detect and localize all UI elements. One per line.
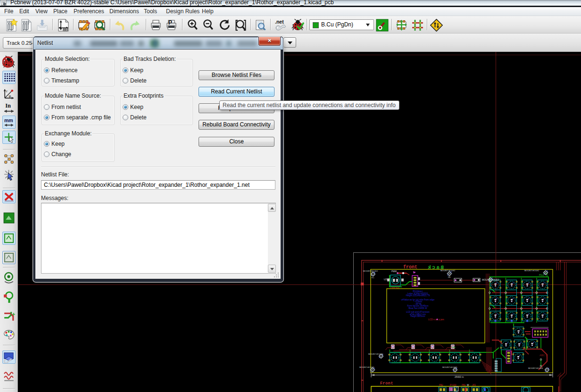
svg-text:MOUNT-HOLE3: MOUNT-HOLE3 [359, 366, 374, 368]
svg-text:Pσv: Pσv [452, 346, 456, 349]
svg-text:ON/OFF: ON/OFF [390, 286, 399, 289]
svg-text:MOUNT-HOLE2: MOUNT-HOLE2 [363, 270, 378, 272]
svg-text:LOL3: LOL3 [384, 278, 390, 281]
svg-text:KC: KC [372, 276, 374, 279]
svg-text:PY200: PY200 [450, 384, 456, 386]
svg-text:Front: Front [380, 381, 393, 386]
svg-text:25400 m: 25400 m [455, 375, 464, 378]
svg-text:front: front [403, 265, 417, 270]
svg-text:LCD s od: LCD s od [428, 318, 438, 321]
svg-text:p jars: p jars [439, 318, 444, 321]
svg-text:W: W [467, 384, 469, 386]
svg-text:.net: .net [275, 19, 284, 25]
svg-text:PB2: PB2 [439, 384, 443, 386]
svg-text:r: r [6, 89, 8, 93]
svg-text:MOUNT-HOLE4: MOUNT-HOLE4 [528, 367, 543, 369]
svg-text:FB: FB [448, 276, 450, 278]
svg-text:JP2: JP2 [472, 384, 476, 386]
svg-text:mm: mm [4, 117, 13, 123]
svg-text:MOUNT-HOLE3: MOUNT-HOLE3 [442, 366, 457, 368]
svg-text:MOUNT-HOLE2: MOUNT-HOLE2 [440, 269, 456, 272]
svg-text:Height 88/3mm: Height 88/3mm [410, 315, 425, 317]
svg-text:PWM: PWM [391, 270, 397, 273]
svg-text:Height 215149xW621.79: Height 215149xW621.79 [406, 294, 430, 297]
svg-text:In: In [5, 102, 11, 109]
svg-text:φ: φ [8, 94, 11, 98]
svg-text:P: P [168, 19, 172, 26]
svg-text:MOUNT-HOLE2: MOUNT-HOLE2 [368, 353, 383, 355]
svg-text:PB1: PB1 [462, 384, 466, 386]
svg-text:MOUNT-HOLE2: MOUNT-HOLE2 [524, 269, 540, 272]
svg-text:Brea Text 24456 W: Brea Text 24456 W [409, 307, 428, 309]
